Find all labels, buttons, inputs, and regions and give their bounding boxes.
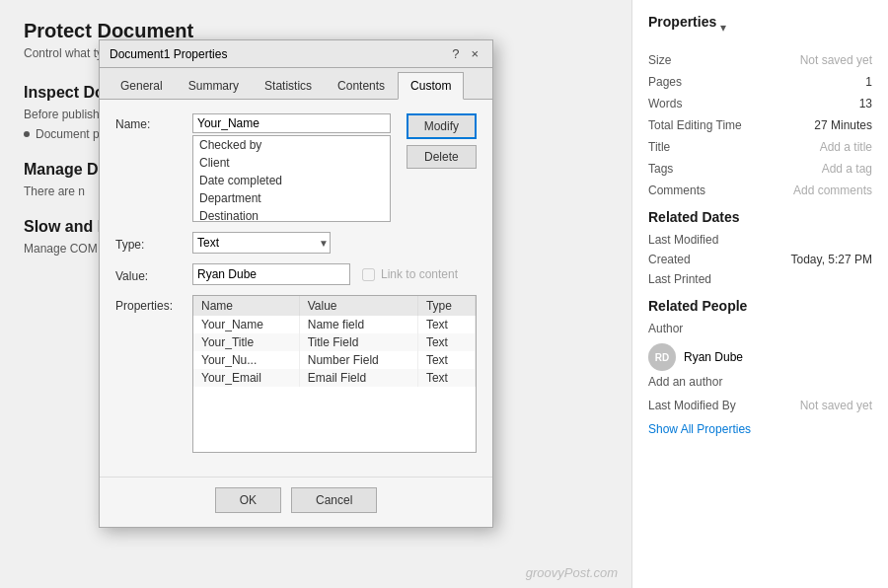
chevron-down-icon: ▾ bbox=[720, 21, 726, 35]
close-button[interactable]: × bbox=[467, 46, 482, 61]
dialog-footer: OK Cancel bbox=[100, 477, 492, 527]
link-checkbox[interactable] bbox=[362, 268, 375, 281]
value-label: Value: bbox=[115, 265, 185, 283]
tab-statistics[interactable]: Statistics bbox=[252, 72, 325, 99]
last-modified-by-row: Last Modified By Not saved yet bbox=[648, 399, 872, 412]
col-value-header: Value bbox=[299, 296, 417, 316]
dialog-titlebar: Document1 Properties ? × bbox=[100, 40, 492, 68]
name-input[interactable] bbox=[192, 113, 391, 133]
col-type-header: Type bbox=[417, 296, 475, 316]
modify-button[interactable]: Modify bbox=[407, 113, 477, 139]
type-row: Type: Text Date Number Yes or No ▼ bbox=[115, 232, 477, 254]
cell-value: Number Field bbox=[299, 351, 417, 369]
cell-type: Text bbox=[417, 333, 475, 351]
type-label: Type: bbox=[115, 234, 185, 252]
cell-type: Text bbox=[417, 351, 475, 369]
name-label: Name: bbox=[115, 113, 185, 131]
related-dates-title: Related Dates bbox=[648, 209, 872, 225]
value-row: Value: Link to content bbox=[115, 263, 477, 285]
col-name-header: Name bbox=[193, 296, 299, 316]
properties-dialog: Document1 Properties ? × General Summary… bbox=[99, 39, 493, 528]
add-author-link[interactable]: Add an author bbox=[648, 375, 872, 389]
dialog-title: Document1 Properties bbox=[110, 47, 227, 61]
cell-type: Text bbox=[417, 369, 475, 387]
tab-custom[interactable]: Custom bbox=[398, 72, 464, 100]
list-item[interactable]: Date completed bbox=[193, 172, 390, 189]
show-all-properties-link[interactable]: Show All Properties bbox=[648, 422, 872, 436]
last-modified-row: Last Modified bbox=[648, 233, 872, 247]
related-people-section: Related People Author RD Ryan Dube Add a… bbox=[648, 298, 872, 412]
related-dates-section: Related Dates Last Modified Created Toda… bbox=[648, 209, 872, 286]
watermark: groovyPost.com bbox=[526, 565, 618, 580]
prop-editing-time: Total Editing Time 27 Minutes bbox=[648, 118, 872, 132]
cell-name: Your_Nu... bbox=[193, 351, 299, 369]
cell-type: Text bbox=[417, 316, 475, 333]
type-select[interactable]: Text Date Number Yes or No bbox=[192, 232, 331, 254]
last-printed-row: Last Printed bbox=[648, 272, 872, 286]
help-button[interactable]: ? bbox=[452, 46, 459, 61]
properties-row: Properties: Name Value Type Your bbox=[115, 295, 477, 453]
table-row[interactable]: Your_Email Email Field Text bbox=[193, 369, 476, 387]
prop-tags: Tags Add a tag bbox=[648, 162, 872, 176]
link-checkbox-row: Link to content bbox=[362, 267, 458, 281]
dialog-body: Name: Checked by Client Date completed D… bbox=[100, 100, 492, 477]
prop-comments: Comments Add comments bbox=[648, 184, 872, 197]
created-row: Created Today, 5:27 PM bbox=[648, 253, 872, 266]
name-listbox[interactable]: Checked by Client Date completed Departm… bbox=[192, 135, 391, 222]
table-row[interactable]: Your_Title Title Field Text bbox=[193, 333, 476, 351]
table-row[interactable]: Your_Name Name field Text bbox=[193, 316, 476, 333]
right-panel-title: Properties bbox=[648, 14, 716, 30]
cell-value: Title Field bbox=[299, 333, 417, 351]
author-label-row: Author bbox=[648, 322, 872, 335]
tab-bar: General Summary Statistics Contents Cust… bbox=[100, 68, 492, 100]
delete-button[interactable]: Delete bbox=[407, 145, 477, 169]
author-name: Ryan Dube bbox=[684, 350, 743, 364]
properties-label: Properties: bbox=[115, 295, 185, 313]
type-select-wrap: Text Date Number Yes or No ▼ bbox=[192, 232, 331, 254]
name-list-container: Checked by Client Date completed Departm… bbox=[192, 113, 391, 222]
bullet-icon bbox=[24, 131, 30, 137]
list-item[interactable]: Destination bbox=[193, 207, 390, 222]
name-row: Name: Checked by Client Date completed D… bbox=[115, 113, 477, 222]
prop-pages: Pages 1 bbox=[648, 75, 872, 89]
prop-size: Size Not saved yet bbox=[648, 53, 872, 67]
avatar: RD bbox=[648, 343, 676, 371]
properties-table: Name Value Type Your_Name Name field Tex… bbox=[192, 295, 477, 453]
cell-name: Your_Email bbox=[193, 369, 299, 387]
list-item[interactable]: Checked by bbox=[193, 136, 390, 154]
cancel-button[interactable]: Cancel bbox=[291, 487, 377, 513]
prop-words: Words 13 bbox=[648, 97, 872, 110]
props-data-table: Name Value Type Your_Name Name field Tex… bbox=[193, 296, 476, 387]
author-row: RD Ryan Dube bbox=[648, 343, 872, 371]
right-panel: Properties ▾ Size Not saved yet Pages 1 … bbox=[631, 0, 888, 588]
cell-value: Name field bbox=[299, 316, 417, 333]
list-item[interactable]: Department bbox=[193, 189, 390, 207]
list-item[interactable]: Client bbox=[193, 154, 390, 172]
link-label: Link to content bbox=[381, 267, 458, 281]
value-input[interactable] bbox=[192, 263, 350, 285]
tab-general[interactable]: General bbox=[108, 72, 176, 99]
dialog-controls: ? × bbox=[452, 46, 482, 61]
action-buttons: Modify Delete bbox=[407, 113, 477, 169]
prop-title: Title Add a title bbox=[648, 140, 872, 154]
tab-summary[interactable]: Summary bbox=[176, 72, 252, 99]
cell-name: Your_Title bbox=[193, 333, 299, 351]
cell-name: Your_Name bbox=[193, 316, 299, 333]
related-people-title: Related People bbox=[648, 298, 872, 314]
ok-button[interactable]: OK bbox=[215, 487, 281, 513]
tab-contents[interactable]: Contents bbox=[325, 72, 398, 99]
table-row[interactable]: Your_Nu... Number Field Text bbox=[193, 351, 476, 369]
cell-value: Email Field bbox=[299, 369, 417, 387]
